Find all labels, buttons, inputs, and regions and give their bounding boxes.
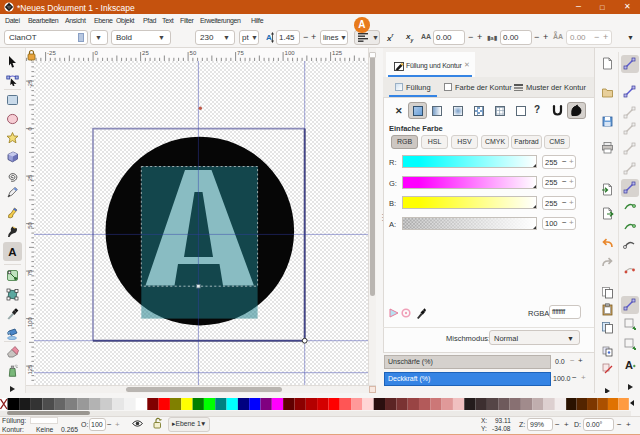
svg-text:A: A xyxy=(8,246,16,258)
svg-text:75: 75 xyxy=(27,269,33,276)
svg-text:75: 75 xyxy=(237,50,244,56)
svg-text:25: 25 xyxy=(142,50,149,56)
svg-text:125: 125 xyxy=(27,364,33,375)
svg-text:125: 125 xyxy=(332,50,343,56)
svg-text:A: A xyxy=(625,359,633,371)
svg-text:50: 50 xyxy=(27,221,33,228)
svg-text:50: 50 xyxy=(190,50,197,56)
svg-text:-25: -25 xyxy=(27,79,33,88)
svg-text:100: 100 xyxy=(285,50,296,56)
svg-text:25: 25 xyxy=(27,174,33,181)
svg-text:-25: -25 xyxy=(47,50,56,56)
svg-text:100: 100 xyxy=(27,316,33,327)
